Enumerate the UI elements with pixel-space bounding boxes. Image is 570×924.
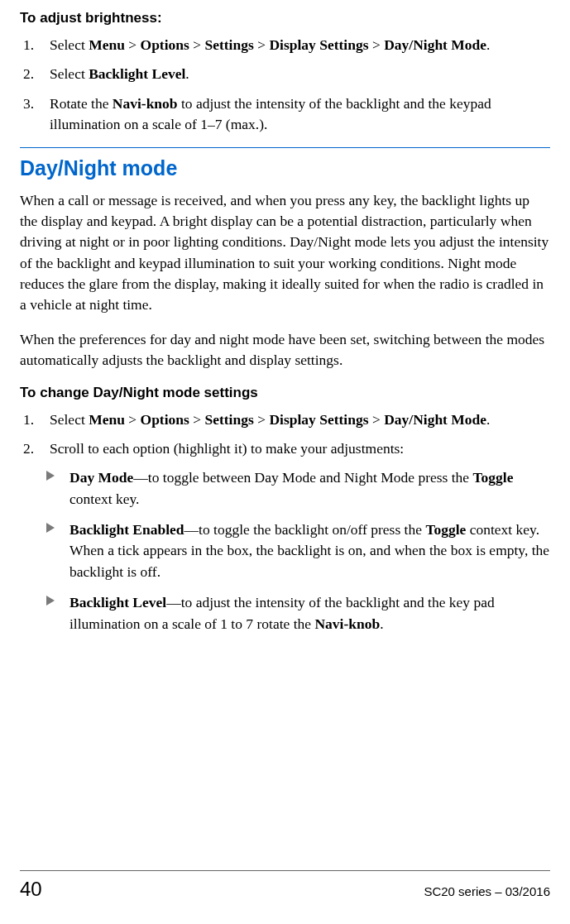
menu-path: Display Settings	[269, 411, 368, 428]
step-3: Rotate the Navi-knob to adjust the inten…	[20, 93, 550, 136]
menu-path: Menu	[89, 411, 125, 428]
triangle-bullet-icon	[46, 471, 55, 481]
text: Rotate the	[50, 95, 113, 112]
menu-path: Options	[141, 411, 189, 428]
text: —to toggle between Day Mode and Night Mo…	[133, 469, 472, 486]
text: .	[185, 65, 189, 82]
page-footer: 40 SC20 series – 03/2016	[20, 870, 550, 901]
text: Scroll to each option (highlight it) to …	[50, 440, 404, 457]
footer-rule	[20, 870, 550, 871]
text: Select	[50, 411, 89, 428]
option-name: Backlight Level	[69, 594, 166, 610]
menu-path: Settings	[204, 411, 253, 428]
change-settings-heading: To change Day/Night mode settings	[20, 385, 550, 401]
day-night-para-1: When a call or message is received, and …	[20, 190, 550, 316]
list-item: Day Mode—to toggle between Day Mode and …	[20, 467, 550, 510]
triangle-bullet-icon	[46, 523, 55, 533]
menu-path: Day/Night Mode	[384, 411, 486, 428]
brightness-heading: To adjust brightness:	[20, 10, 550, 26]
bold-term: Navi-knob	[113, 95, 178, 112]
sep: >	[254, 36, 270, 53]
menu-path: Settings	[204, 36, 253, 53]
text: .	[486, 411, 490, 428]
text: .	[380, 615, 383, 632]
page-content: To adjust brightness: Select Menu > Opti…	[0, 0, 570, 634]
sep: >	[369, 36, 385, 53]
day-night-title: Day/Night mode	[20, 156, 550, 180]
sep: >	[254, 411, 270, 428]
menu-path: Menu	[89, 36, 125, 53]
text: context key.	[69, 491, 139, 507]
day-night-para-2: When the preferences for day and night m…	[20, 329, 550, 371]
option-name: Day Mode	[69, 469, 133, 486]
change-settings-steps: Select Menu > Options > Settings > Displ…	[20, 409, 550, 460]
menu-path: Display Settings	[269, 36, 368, 53]
bold-term: Toggle	[425, 521, 466, 538]
section-divider	[20, 147, 550, 148]
text: Select	[50, 65, 89, 82]
sep: >	[189, 36, 205, 53]
text: —to toggle the backlight on/off press th…	[184, 521, 426, 538]
triangle-bullet-icon	[46, 596, 55, 606]
menu-path: Options	[141, 36, 189, 53]
step-1: Select Menu > Options > Settings > Displ…	[20, 35, 550, 55]
list-item: Backlight Enabled—to toggle the backligh…	[20, 519, 550, 582]
text: Select	[50, 36, 89, 53]
brightness-steps: Select Menu > Options > Settings > Displ…	[20, 35, 550, 136]
step-2: Scroll to each option (highlight it) to …	[20, 438, 550, 459]
sep: >	[369, 411, 385, 428]
page-number: 40	[20, 878, 42, 901]
text: .	[486, 36, 490, 53]
list-item: Backlight Level—to adjust the intensity …	[20, 592, 550, 634]
sep: >	[189, 411, 205, 428]
option-name: Backlight Enabled	[69, 521, 184, 538]
sep: >	[125, 411, 141, 428]
bold-term: Toggle	[472, 469, 513, 486]
step-2: Select Backlight Level.	[20, 64, 550, 84]
sep: >	[125, 36, 141, 53]
bold-term: Navi-knob	[314, 615, 380, 632]
bold-term: Backlight Level	[89, 65, 185, 82]
menu-path: Day/Night Mode	[384, 36, 486, 53]
document-id: SC20 series – 03/2016	[424, 884, 550, 898]
options-list: Day Mode—to toggle between Day Mode and …	[20, 467, 550, 634]
step-1: Select Menu > Options > Settings > Displ…	[20, 409, 550, 430]
